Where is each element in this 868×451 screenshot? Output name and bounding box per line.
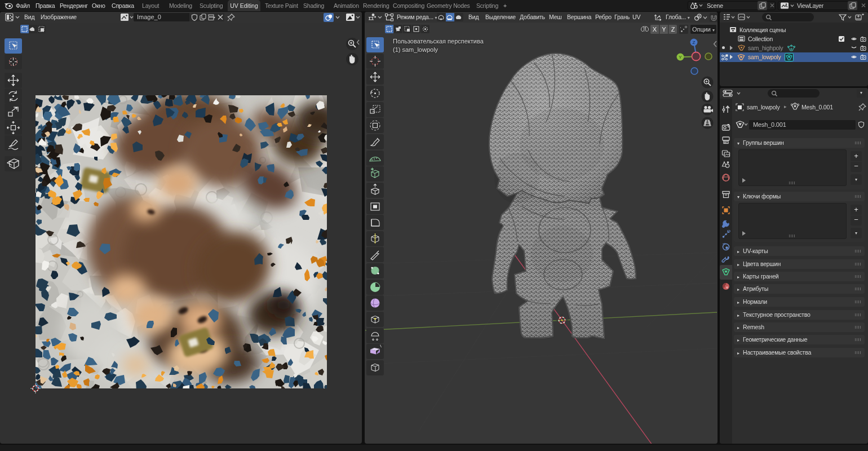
svg-text:Y: Y — [679, 55, 682, 60]
svg-text:Z: Z — [693, 40, 696, 45]
